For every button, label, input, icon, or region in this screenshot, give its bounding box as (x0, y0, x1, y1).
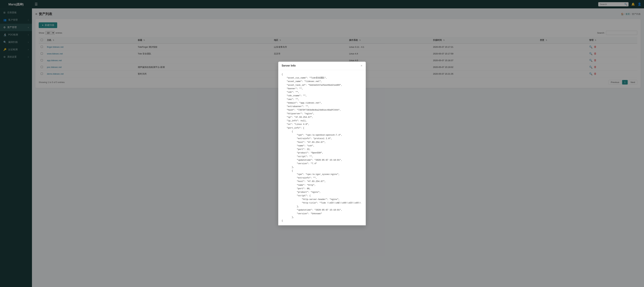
modal-body[interactable]: { "asset_cus_name": "Tide安全团队", "asset_n… (278, 70, 366, 226)
modal-close-button[interactable]: × (360, 64, 362, 67)
server-info-modal: Server Info × { "asset_cus_name": "Tide安… (278, 62, 366, 226)
modal-header: Server Info × (278, 62, 366, 70)
modal-overlay[interactable]: Server Info × { "asset_cus_name": "Tide安… (0, 0, 644, 287)
modal-title: Server Info (282, 64, 296, 67)
